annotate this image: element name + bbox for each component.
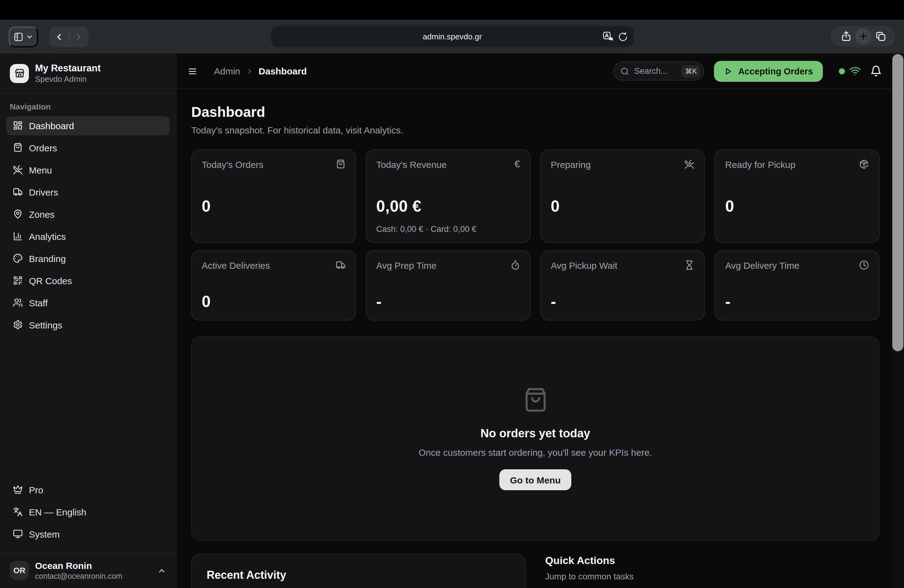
chevron-up-icon bbox=[157, 566, 166, 575]
sidebar-item-label: Orders bbox=[29, 143, 57, 153]
quick-actions-title: Quick Actions bbox=[545, 555, 879, 567]
breadcrumb: Admin Dashboard bbox=[214, 66, 307, 76]
sidebar-item-label: Drivers bbox=[29, 187, 58, 198]
empty-state-title: No orders yet today bbox=[480, 427, 590, 440]
euro-icon: € bbox=[514, 159, 520, 169]
kpi-row-2: Active Deliveries 0 Avg Prep Time - bbox=[191, 250, 879, 321]
search-placeholder: Search... bbox=[634, 66, 677, 76]
map-pin-icon bbox=[13, 209, 23, 219]
languages-icon bbox=[13, 507, 23, 517]
sidebar-item-label: Analytics bbox=[29, 231, 66, 242]
kpi-value: - bbox=[551, 292, 695, 311]
play-icon bbox=[724, 67, 733, 75]
notifications-button[interactable] bbox=[870, 65, 882, 77]
dashboard-icon bbox=[13, 121, 23, 131]
sidebar-item-menu[interactable]: Menu bbox=[6, 161, 170, 180]
sidebar-item-label: Zones bbox=[29, 209, 54, 220]
kpi-card-preparing: Preparing 0 bbox=[540, 149, 705, 243]
package-check-icon bbox=[859, 159, 869, 169]
sidebar-item-branding[interactable]: Branding bbox=[6, 249, 170, 268]
search-input[interactable]: Search... ⌘K bbox=[613, 62, 705, 81]
window-titlebar bbox=[0, 0, 904, 20]
translate-icon[interactable] bbox=[603, 31, 614, 42]
chevron-left-icon bbox=[54, 32, 64, 41]
sidebar-item-settings[interactable]: Settings bbox=[6, 316, 170, 335]
page-title: Dashboard bbox=[191, 104, 879, 120]
chevron-down-icon bbox=[26, 33, 33, 40]
kpi-value: 0 bbox=[551, 197, 695, 216]
sidebar-utilities: Pro EN — English System bbox=[0, 481, 176, 553]
forward-button[interactable] bbox=[69, 26, 89, 47]
bell-icon bbox=[870, 65, 882, 77]
page-subtitle: Today's snapshot. For historical data, v… bbox=[191, 125, 879, 135]
kpi-row-1: Today's Orders 0 Today's Revenue € 0,00 … bbox=[191, 149, 879, 243]
user-email: contact@oceanronin.com bbox=[35, 571, 122, 582]
search-shortcut-badge: ⌘K bbox=[681, 65, 700, 77]
empty-state-card: No orders yet today Once customers start… bbox=[191, 337, 879, 541]
address-bar[interactable]: admin.spevdo.gr bbox=[270, 26, 634, 47]
truck-icon bbox=[336, 260, 346, 270]
plus-icon bbox=[858, 32, 868, 41]
user-name: Ocean Ronin bbox=[35, 560, 122, 571]
sidebar-item-zones[interactable]: Zones bbox=[6, 205, 170, 224]
accepting-orders-button[interactable]: Accepting Orders bbox=[714, 60, 823, 82]
sidebar-item-drivers[interactable]: Drivers bbox=[6, 183, 170, 202]
safari-window: admin.spevdo.gr bbox=[0, 0, 904, 588]
sidebar-item-analytics[interactable]: Analytics bbox=[6, 227, 170, 246]
kpi-card-avg-prep-time: Avg Prep Time - bbox=[366, 250, 531, 321]
users-icon bbox=[13, 298, 23, 308]
vertical-scrollbar[interactable] bbox=[892, 54, 904, 588]
main-area: Admin Dashboard Search... ⌘K Accepting O… bbox=[177, 54, 904, 588]
shopping-bag-icon bbox=[336, 159, 346, 169]
restaurant-header[interactable]: My Restaurant Spevdo Admin bbox=[0, 54, 176, 93]
sidebar-item-dashboard[interactable]: Dashboard bbox=[6, 116, 170, 135]
sidebar-toggle-button[interactable] bbox=[9, 26, 38, 47]
hamburger-icon bbox=[188, 66, 198, 76]
go-to-menu-button[interactable]: Go to Menu bbox=[499, 469, 571, 490]
restaurant-name: My Restaurant bbox=[35, 63, 101, 74]
chevron-right-icon bbox=[246, 67, 253, 75]
back-button[interactable] bbox=[49, 26, 69, 47]
timer-icon bbox=[510, 260, 520, 270]
reload-icon[interactable] bbox=[618, 32, 628, 41]
kpi-value: - bbox=[725, 292, 869, 311]
theme-selector[interactable]: System bbox=[6, 525, 170, 544]
kpi-card-avg-pickup-wait: Avg Pickup Wait - bbox=[540, 250, 705, 321]
recent-activity-title: Recent Activity bbox=[207, 569, 510, 582]
kpi-card-ready-for-pickup: Ready for Pickup 0 bbox=[715, 149, 880, 243]
theme-label: System bbox=[29, 529, 60, 539]
share-button[interactable] bbox=[837, 26, 855, 47]
divider bbox=[0, 93, 176, 93]
sidebar-item-orders[interactable]: Orders bbox=[6, 138, 170, 158]
shopping-bag-icon bbox=[13, 143, 23, 153]
user-menu[interactable]: OR Ocean Ronin contact@oceanronin.com bbox=[0, 553, 176, 588]
qr-code-icon bbox=[13, 276, 23, 286]
sidebar-item-qr-codes[interactable]: QR Codes bbox=[6, 271, 170, 290]
sidebar-item-label: QR Codes bbox=[29, 275, 72, 286]
bar-chart-icon bbox=[13, 232, 23, 242]
utensils-crossed-icon bbox=[13, 165, 23, 175]
breadcrumb-admin[interactable]: Admin bbox=[214, 66, 240, 76]
dashboard-content: Dashboard Today's snapshot. For historic… bbox=[177, 89, 904, 588]
sidebar-item-staff[interactable]: Staff bbox=[6, 293, 170, 313]
language-selector[interactable]: EN — English bbox=[6, 503, 170, 522]
hourglass-icon bbox=[685, 260, 695, 270]
sidebar-item-label: Menu bbox=[29, 165, 52, 175]
history-nav-group bbox=[49, 26, 89, 47]
chevron-right-icon bbox=[74, 32, 84, 41]
kpi-card-active-deliveries: Active Deliveries 0 bbox=[191, 250, 356, 321]
share-icon bbox=[841, 31, 852, 42]
search-icon bbox=[621, 67, 629, 75]
truck-icon bbox=[13, 187, 23, 197]
breadcrumb-dashboard: Dashboard bbox=[259, 66, 307, 76]
scrollbar-thumb[interactable] bbox=[892, 54, 903, 351]
tab-overview-button[interactable] bbox=[871, 26, 890, 47]
quick-actions-subtitle: Jump to common tasks bbox=[545, 571, 879, 581]
utensils-crossed-icon bbox=[685, 159, 695, 169]
menu-toggle-button[interactable] bbox=[188, 66, 198, 76]
pro-upgrade-item[interactable]: Pro bbox=[6, 481, 170, 499]
address-bar-url: admin.spevdo.gr bbox=[423, 32, 482, 41]
new-tab-button[interactable] bbox=[855, 28, 871, 44]
panel-left-icon bbox=[14, 32, 24, 41]
pro-label: Pro bbox=[29, 485, 43, 495]
